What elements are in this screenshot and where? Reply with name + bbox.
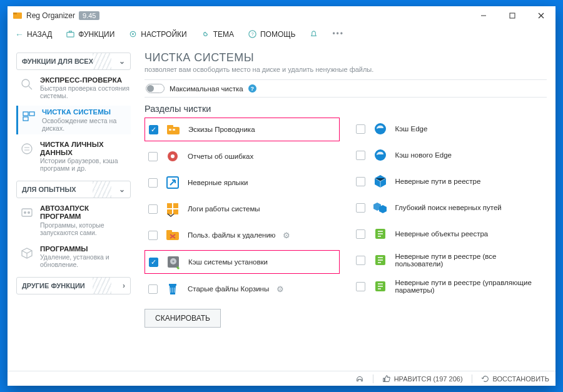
svg-line-13	[29, 86, 32, 89]
app-window: Reg Organizer 9.45 ←НАЗАД ФУНКЦИИ НАСТРО…	[8, 6, 555, 386]
minimize-button[interactable]	[469, 6, 498, 25]
section-advanced[interactable]: ДЛЯ ОПЫТНЫХ⌄	[16, 181, 131, 198]
clean-item[interactable]: Польз. файлы к удалению⚙	[145, 224, 340, 246]
checkbox[interactable]	[356, 177, 365, 186]
svg-rect-23	[169, 129, 171, 131]
svg-point-36	[173, 261, 175, 263]
svg-point-12	[22, 79, 29, 87]
sidebar-item-privacy[interactable]: ЧИСТКА ЛИЧНЫХ ДАННЫХИстории браузеров, к…	[16, 138, 131, 175]
clean-item[interactable]: Отчеты об ошибках	[145, 145, 340, 168]
svg-rect-15	[29, 112, 34, 116]
checkbox[interactable]	[148, 204, 158, 214]
item-label: Неверные пути в реестре	[395, 178, 481, 185]
privacy-icon	[19, 141, 35, 157]
clean-item[interactable]: Старые файлы Корзины⚙	[145, 278, 340, 300]
item-icon	[164, 200, 181, 218]
svg-point-20	[28, 211, 30, 214]
item-label: Отчеты об ошибках	[188, 153, 253, 160]
sidebar-item-programs[interactable]: ПРОГРАММЫУдаление, установка и обновлени…	[16, 243, 131, 271]
restore-button[interactable]: ВОССТАНОВИТЬ	[481, 374, 549, 383]
dots-icon: •••	[332, 29, 342, 39]
checkbox[interactable]	[148, 231, 158, 240]
checkbox[interactable]	[356, 256, 365, 265]
item-icon	[372, 146, 389, 164]
item-label: Кэш системы установки	[188, 258, 268, 266]
clean-item[interactable]: Кэш Edge	[352, 118, 547, 140]
content: ЧИСТКА СИСТЕМЫ позволяет вам освободить …	[136, 44, 555, 371]
sidebar-item-express[interactable]: ЭКСПРЕСС-ПРОВЕРКАБыстрая проверка состоя…	[16, 74, 131, 102]
item-label: Глубокий поиск неверных путей	[395, 204, 502, 211]
item-label: Неверные пути в реестре (все пользовател…	[395, 253, 544, 268]
item-label: Неверные ярлыки	[188, 179, 248, 186]
svg-point-38	[375, 123, 386, 134]
max-clean-toggle[interactable]	[146, 84, 165, 93]
checkbox[interactable]	[356, 151, 365, 160]
svg-text:?: ?	[251, 31, 253, 37]
clean-item[interactable]: Логи работы системы	[145, 198, 340, 220]
item-icon	[164, 280, 181, 298]
clean-item[interactable]: Глубокий поиск неверных путей	[352, 196, 547, 219]
back-button[interactable]: ←НАЗАД	[13, 28, 54, 41]
checkbox[interactable]	[356, 282, 365, 291]
scan-button[interactable]: СКАНИРОВАТЬ	[145, 309, 221, 328]
help-button[interactable]: ?ПОМОЩЬ	[245, 28, 298, 41]
clean-item[interactable]: ✓Эскизы Проводника	[145, 118, 340, 141]
help-badge-icon[interactable]: ?	[248, 84, 256, 93]
section-all[interactable]: ФУНКЦИИ ДЛЯ ВСЕХ⌄	[16, 53, 131, 70]
maximize-button[interactable]	[498, 6, 527, 25]
checkbox[interactable]	[148, 284, 158, 294]
scan-row: СКАНИРОВАТЬ	[145, 309, 547, 328]
clean-item[interactable]: ✓Кэш системы установки	[145, 250, 340, 274]
checkbox[interactable]	[356, 203, 365, 213]
svg-rect-33	[166, 230, 172, 233]
clean-item[interactable]: Неверные объекты реестра	[352, 223, 547, 245]
theme-icon	[201, 29, 210, 39]
checkbox[interactable]: ✓	[149, 125, 158, 134]
sections-title: Разделы чистки	[145, 104, 547, 114]
page-title: ЧИСТКА СИСТЕМЫ	[145, 51, 547, 64]
close-button[interactable]	[527, 6, 555, 25]
checkbox[interactable]	[356, 229, 365, 239]
svg-rect-3	[510, 13, 515, 18]
checkbox[interactable]: ✓	[149, 258, 158, 267]
clean-item[interactable]: Неверные пути в реестре (управляющие пар…	[352, 275, 547, 298]
max-clean-label: Максимальная чистка	[170, 85, 243, 93]
like-button[interactable]: НРАВИТСЯ (197 206)	[382, 374, 463, 383]
autorun-icon	[19, 204, 35, 221]
bell-button[interactable]	[307, 28, 321, 41]
functions-button[interactable]: ФУНКЦИИ	[63, 28, 117, 41]
theme-button[interactable]: ТЕМА	[198, 28, 236, 41]
clean-item[interactable]: Неверные пути в реестре (все пользовател…	[352, 249, 547, 271]
section-other[interactable]: ДРУГИЕ ФУНКЦИИ›	[16, 277, 131, 294]
clean-item[interactable]: Кэш нового Edge	[352, 144, 547, 166]
arrow-left-icon: ←	[15, 29, 24, 39]
chevron-right-icon: ›	[123, 281, 125, 290]
item-label: Неверные объекты реестра	[395, 230, 489, 238]
checkbox[interactable]	[356, 124, 365, 134]
magnifier-icon	[19, 76, 35, 93]
column-right: Кэш EdgeКэш нового EdgeНеверные пути в р…	[352, 118, 547, 300]
main-area: ФУНКЦИИ ДЛЯ ВСЕХ⌄ ЭКСПРЕСС-ПРОВЕРКАБыстр…	[8, 44, 555, 371]
item-icon	[372, 251, 389, 269]
clean-item[interactable]: Неверные ярлыки	[145, 171, 340, 194]
chevron-down-icon: ⌄	[119, 57, 125, 66]
item-icon	[372, 173, 389, 190]
settings-button[interactable]: НАСТРОЙКИ	[126, 28, 189, 41]
version-badge: 9.45	[79, 11, 99, 20]
gear-icon[interactable]: ⚙	[283, 231, 290, 240]
more-button[interactable]: •••	[330, 28, 344, 41]
max-clean-row: Максимальная чистка ?	[145, 79, 547, 98]
item-icon	[372, 199, 389, 216]
checkbox[interactable]	[148, 178, 158, 188]
item-label: Польз. файлы к удалению	[188, 231, 275, 239]
clean-item[interactable]: Неверные пути в реестре	[352, 170, 547, 193]
item-icon	[165, 121, 182, 138]
svg-point-19	[24, 211, 26, 214]
headset-button[interactable]	[355, 374, 364, 383]
svg-point-9	[132, 33, 134, 35]
gear-icon	[128, 29, 138, 39]
sidebar-item-autorun[interactable]: АВТОЗАПУСК ПРОГРАММПрограммы, которые за…	[16, 202, 131, 239]
gear-icon[interactable]: ⚙	[276, 284, 284, 294]
checkbox[interactable]	[148, 152, 158, 161]
sidebar-item-cleanup[interactable]: ЧИСТКА СИСТЕМЫОсвобождение места на диск…	[16, 106, 131, 134]
